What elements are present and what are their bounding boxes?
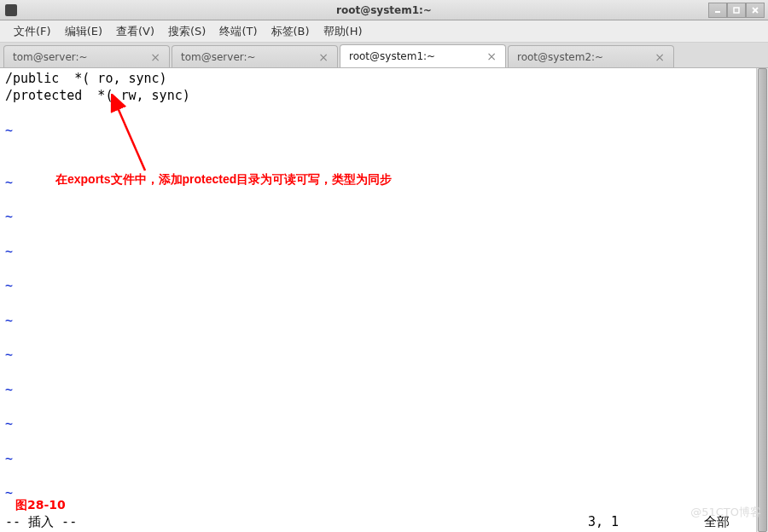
editor-line: /public *( ro, sync) bbox=[5, 70, 751, 87]
menu-bar: 文件(F) 编辑(E) 查看(V) 搜索(S) 终端(T) 标签(B) 帮助(H… bbox=[0, 20, 768, 43]
tab-label: root@system2:~ bbox=[517, 51, 603, 63]
window-title: root@system1:~ bbox=[336, 4, 432, 16]
window-titlebar: root@system1:~ bbox=[0, 0, 768, 20]
close-icon[interactable]: × bbox=[655, 51, 665, 63]
close-icon[interactable]: × bbox=[486, 50, 497, 62]
menu-tabs[interactable]: 标签(B) bbox=[265, 21, 317, 42]
vim-cursor-position: 3, 1 bbox=[588, 514, 619, 529]
vim-tilde: ~ bbox=[5, 277, 751, 294]
vim-tilde: ~ bbox=[5, 312, 751, 329]
terminal-tab[interactable]: tom@server:~ × bbox=[3, 45, 170, 67]
annotation-text: 在exports文件中，添加protected目录为可读可写，类型为同步 bbox=[55, 172, 392, 188]
vim-tilde: ~ bbox=[5, 450, 751, 467]
menu-search[interactable]: 搜索(S) bbox=[161, 21, 212, 42]
close-icon[interactable]: × bbox=[318, 51, 329, 63]
editor-line: /protected *( rw, sync) bbox=[5, 87, 751, 104]
editor-empty-line bbox=[5, 105, 751, 122]
tab-label: tom@server:~ bbox=[13, 51, 88, 63]
menu-view[interactable]: 查看(V) bbox=[109, 21, 161, 42]
tab-label: tom@server:~ bbox=[181, 51, 256, 63]
svg-rect-1 bbox=[734, 8, 739, 13]
vim-tilde: ~ bbox=[5, 484, 751, 501]
vim-tilde: ~ bbox=[5, 208, 751, 225]
vim-status-line: -- 插入 -- 3, 1 全部 bbox=[5, 514, 751, 530]
figure-label: 图28-10 bbox=[15, 498, 66, 513]
maximize-button[interactable] bbox=[727, 3, 746, 18]
vim-tilde: ~ bbox=[5, 243, 751, 260]
terminal-tab[interactable]: tom@server:~ × bbox=[172, 45, 338, 67]
minimize-button[interactable] bbox=[708, 3, 727, 18]
tab-label: root@system1:~ bbox=[349, 50, 435, 62]
menu-help[interactable]: 帮助(H) bbox=[317, 21, 369, 42]
vim-tilde: ~ bbox=[5, 122, 751, 139]
close-button[interactable] bbox=[746, 3, 765, 18]
close-icon[interactable]: × bbox=[150, 51, 160, 63]
vim-tilde: ~ bbox=[5, 381, 751, 398]
vim-tilde: ~ bbox=[5, 346, 751, 363]
tab-bar: tom@server:~ × tom@server:~ × root@syste… bbox=[0, 43, 768, 68]
menu-file[interactable]: 文件(F) bbox=[7, 21, 58, 42]
vertical-scrollbar[interactable] bbox=[756, 68, 768, 532]
menu-edit[interactable]: 编辑(E) bbox=[58, 21, 109, 42]
terminal-tab[interactable]: root@system2:~ × bbox=[508, 45, 674, 67]
terminal-tab-active[interactable]: root@system1:~ × bbox=[340, 44, 506, 67]
terminal-viewport[interactable]: /public *( ro, sync) /protected *( rw, s… bbox=[0, 68, 756, 532]
vim-tilde: ~ bbox=[5, 415, 751, 432]
scrollbar-thumb[interactable] bbox=[758, 68, 767, 532]
menu-terminal[interactable]: 终端(T) bbox=[212, 21, 264, 42]
app-icon bbox=[5, 4, 17, 16]
vim-mode: -- 插入 -- bbox=[5, 514, 77, 530]
watermark: @51CTO博客 bbox=[690, 505, 761, 520]
